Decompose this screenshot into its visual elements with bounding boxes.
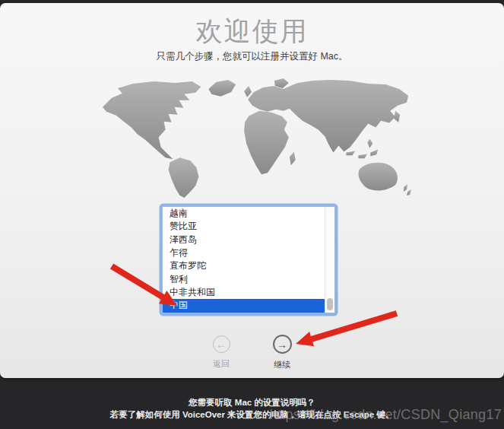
- footer-line-1: 您需要听取 Mac 的设置说明吗？: [0, 396, 504, 408]
- voiceover-footer: 您需要听取 Mac 的设置说明吗？ 若要了解如何使用 VoiceOver 来设置…: [0, 396, 504, 421]
- country-listbox[interactable]: 越南 赞比亚 泽西岛 乍得 直布罗陀 智利 中非共和国 中国: [162, 206, 335, 313]
- list-item-chad[interactable]: 乍得: [163, 246, 325, 259]
- setup-assistant-window: 欢迎使用 只需几个步骤，您就可以注册并设置好 Mac。: [0, 3, 504, 378]
- list-item-jersey[interactable]: 泽西岛: [163, 234, 325, 246]
- list-item-chile[interactable]: 智利: [163, 273, 325, 286]
- scrollbar-thumb[interactable]: [327, 298, 333, 310]
- continue-arrow-glyph: →: [277, 338, 287, 351]
- world-map-image: [100, 77, 417, 199]
- back-arrow-glyph: ←: [216, 338, 227, 351]
- page-title: 欢迎使用: [0, 14, 504, 49]
- list-item-central-african-republic[interactable]: 中非共和国: [163, 286, 325, 299]
- country-list-rows: 越南 赞比亚 泽西岛 乍得 直布罗陀 智利 中非共和国 中国: [163, 207, 325, 313]
- continue-button[interactable]: → 继续: [264, 335, 300, 370]
- back-button[interactable]: ← 返回: [203, 335, 239, 370]
- continue-arrow-icon: →: [273, 335, 292, 354]
- back-arrow-icon: ←: [213, 335, 230, 353]
- scrollbar-track[interactable]: [325, 207, 334, 313]
- footer-line-2: 若要了解如何使用 VoiceOver 来设置您的电脑，请现在点按 Escape …: [0, 408, 504, 421]
- screen: 欢迎使用 只需几个步骤，您就可以注册并设置好 Mac。: [0, 0, 504, 429]
- page-subtitle: 只需几个步骤，您就可以注册并设置好 Mac。: [0, 50, 504, 63]
- list-item-china-selected[interactable]: 中国: [163, 299, 325, 312]
- back-button-label: 返回: [203, 358, 239, 370]
- list-item-zambia[interactable]: 赞比亚: [163, 220, 325, 233]
- list-item-vietnam[interactable]: 越南: [163, 207, 325, 220]
- list-item-gibraltar[interactable]: 直布罗陀: [163, 259, 325, 272]
- continue-button-label: 继续: [264, 359, 300, 370]
